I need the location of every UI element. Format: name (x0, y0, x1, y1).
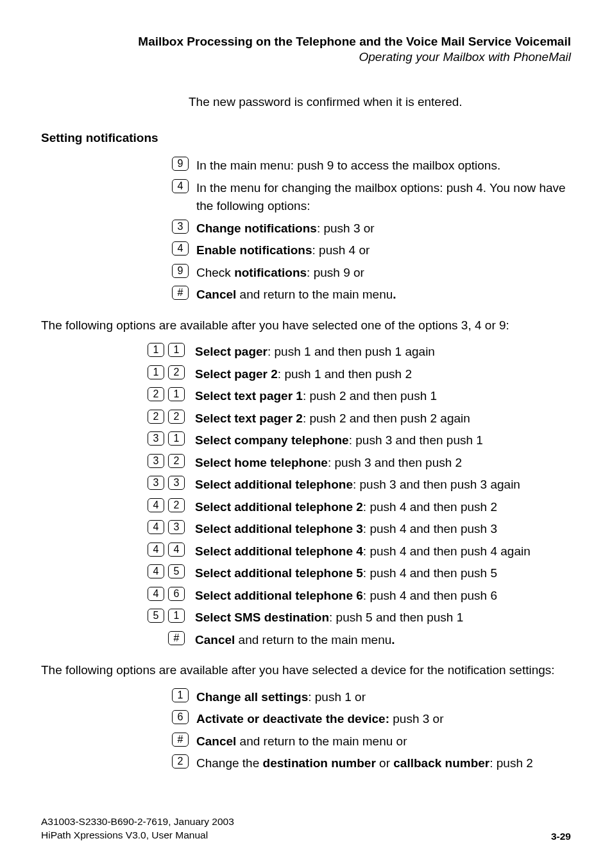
instruction-row: 51Select SMS destination: push 5 and the… (137, 609, 571, 627)
key-icon: 3 (148, 454, 164, 468)
key-icon: 5 (148, 609, 164, 623)
key-icon: 2 (168, 498, 185, 512)
instruction-row: # Cancel and return to the main menu. (162, 286, 571, 304)
key-icon: # (172, 286, 189, 300)
two-key-list: 11Select pager: push 1 and then push 1 a… (41, 343, 571, 653)
key-icon: 1 (168, 387, 185, 401)
key-icon: 4 (148, 520, 164, 534)
instruction-row: 42Select additional telephone 2: push 4 … (137, 498, 571, 517)
instruction-row: 2 Change the destination number or callb… (162, 754, 571, 773)
key-icon: 1 (168, 431, 185, 446)
instruction-row: 3 Change notifications: push 3 or (162, 220, 571, 238)
instruction-text: Select company telephone: push 3 and the… (191, 431, 571, 450)
key-icon: 4 (172, 241, 189, 256)
instruction-text: Select additional telephone 4: push 4 an… (191, 542, 571, 561)
key-icon: 5 (168, 564, 185, 578)
instruction-text: Select home telephone: push 3 and then p… (191, 454, 571, 473)
key-icon: 4 (148, 587, 164, 601)
footer-page-number: 3-29 (551, 831, 571, 842)
instruction-text: Select additional telephone: push 3 and … (191, 476, 571, 494)
key-icon: 2 (168, 410, 185, 424)
key-icon: 4 (148, 564, 164, 578)
instruction-text: Cancel and return to the main menu. (191, 631, 571, 650)
instruction-text: Select additional telephone 2: push 4 an… (191, 498, 571, 517)
footer-docid: A31003-S2330-B690-2-7619, January 2003 (41, 815, 234, 829)
key-icon: # (168, 631, 185, 645)
key-icon: 9 (172, 157, 189, 171)
instruction-row: 43Select additional telephone 3: push 4 … (137, 520, 571, 539)
instruction-row: 32Select home telephone: push 3 and then… (137, 454, 571, 473)
header-subtitle: Operating your Mailbox with PhoneMail (41, 50, 571, 64)
key-icon: 3 (148, 476, 164, 490)
key-icon: 3 (148, 431, 164, 446)
header-title: Mailbox Processing on the Telephone and … (41, 35, 571, 49)
key-icon: 2 (168, 454, 185, 468)
footer-left: A31003-S2330-B690-2-7619, January 2003 H… (41, 815, 234, 842)
key-icon: 1 (168, 343, 185, 357)
key-icon: 4 (168, 542, 185, 557)
instruction-text: Select additional telephone 5: push 4 an… (191, 564, 571, 583)
key-icon: 3 (172, 220, 189, 234)
instruction-row: 31Select company telephone: push 3 and t… (137, 431, 571, 450)
key-icon: 1 (148, 343, 164, 357)
instruction-row: 44Select additional telephone 4: push 4 … (137, 542, 571, 561)
instruction-text: Change all settings: push 1 or (192, 688, 571, 707)
instruction-text: Select text pager 2: push 2 and then pus… (191, 410, 571, 428)
instruction-text: Enable notifications: push 4 or (192, 241, 571, 260)
key-icon: # (172, 733, 189, 747)
page-header: Mailbox Processing on the Telephone and … (41, 35, 571, 64)
key-icon: 2 (168, 365, 185, 379)
instruction-row: 9 Check notifications: push 9 or (162, 264, 571, 282)
instruction-text: Select SMS destination: push 5 and then … (191, 609, 571, 627)
instruction-row: #Cancel and return to the main menu. (137, 631, 571, 650)
instruction-row: 12Select pager 2: push 1 and then push 2 (137, 365, 571, 384)
instruction-row: 21Select text pager 1: push 2 and then p… (137, 387, 571, 406)
instruction-row: 6 Activate or deactivate the device: pus… (162, 710, 571, 729)
page-footer: A31003-S2330-B690-2-7619, January 2003 H… (41, 815, 571, 842)
instruction-text: Select text pager 1: push 2 and then pus… (191, 387, 571, 406)
instruction-row: 45Select additional telephone 5: push 4 … (137, 564, 571, 583)
key-icon: 2 (148, 410, 164, 424)
key-icon: 3 (168, 476, 185, 490)
key-icon: 4 (148, 498, 164, 512)
footer-manual: HiPath Xpressions V3.0, User Manual (41, 828, 234, 842)
instruction-row: 4 In the menu for changing the mailbox o… (162, 179, 571, 216)
instruction-row: 46Select additional telephone 6: push 4 … (137, 587, 571, 605)
key-icon: 6 (172, 710, 189, 724)
instruction-row: 4 Enable notifications: push 4 or (162, 241, 571, 260)
section-title-notifications: Setting notifications (41, 131, 571, 145)
instruction-text: Activate or deactivate the device: push … (192, 710, 571, 729)
instruction-text: Cancel and return to the main menu. (192, 286, 571, 304)
key-icon: 1 (172, 688, 189, 702)
instruction-row: # Cancel and return to the main menu or (162, 733, 571, 751)
instruction-text: Change the destination number or callbac… (192, 754, 571, 773)
paragraph: The following options are available afte… (41, 317, 571, 334)
key-icon: 2 (172, 754, 189, 768)
instruction-text: Select pager 2: push 1 and then push 2 (191, 365, 571, 384)
instruction-row: 1 Change all settings: push 1 or (162, 688, 571, 707)
instruction-text: Change notifications: push 3 or (192, 220, 571, 238)
instruction-row: 33Select additional telephone: push 3 an… (137, 476, 571, 494)
key-icon: 4 (172, 179, 189, 193)
key-icon: 6 (168, 587, 185, 601)
instruction-text: Select additional telephone 6: push 4 an… (191, 587, 571, 605)
instruction-row: 22Select text pager 2: push 2 and then p… (137, 410, 571, 428)
key-icon: 2 (148, 387, 164, 401)
instruction-text: In the menu for changing the mailbox opt… (192, 179, 571, 216)
instruction-row: 11Select pager: push 1 and then push 1 a… (137, 343, 571, 361)
instruction-text: Select pager: push 1 and then push 1 aga… (191, 343, 571, 361)
key-icon: 1 (168, 609, 185, 623)
paragraph: The following options are available afte… (41, 662, 571, 679)
instruction-text: Select additional telephone 3: push 4 an… (191, 520, 571, 539)
key-icon: 9 (172, 264, 189, 278)
instruction-text: Cancel and return to the main menu or (192, 733, 571, 751)
instruction-row: 9 In the main menu: push 9 to access the… (162, 157, 571, 175)
key-icon: 4 (148, 542, 164, 557)
instruction-text: Check notifications: push 9 or (192, 264, 571, 282)
instruction-text: In the main menu: push 9 to access the m… (192, 157, 571, 175)
document-page: Mailbox Processing on the Telephone and … (0, 0, 612, 868)
intro-text: The new password is confirmed when it is… (189, 95, 571, 109)
key-icon: 3 (168, 520, 185, 534)
key-icon: 1 (148, 365, 164, 379)
